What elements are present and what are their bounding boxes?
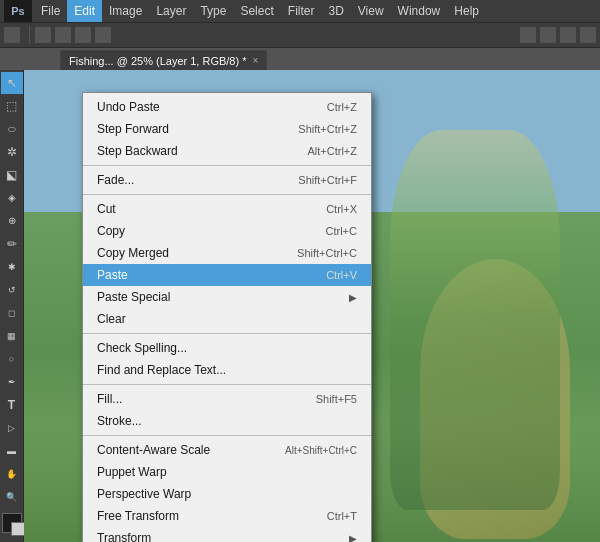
menu-image[interactable]: Image	[102, 0, 149, 22]
menu-window[interactable]: Window	[391, 0, 448, 22]
paste-special-arrow: ▶	[349, 292, 357, 303]
ps-logo: Ps	[4, 0, 32, 22]
menu-type[interactable]: Type	[193, 0, 233, 22]
edit-dropdown-menu: Undo Paste Ctrl+Z Step Forward Shift+Ctr…	[82, 92, 372, 542]
toolbar-icon-3[interactable]	[55, 27, 71, 43]
dropdown-overlay: Undo Paste Ctrl+Z Step Forward Shift+Ctr…	[0, 70, 600, 542]
toolbar-icon-right-4[interactable]	[580, 27, 596, 43]
toolbar-icon-right-3[interactable]	[560, 27, 576, 43]
menu-layer[interactable]: Layer	[149, 0, 193, 22]
transform-arrow: ▶	[349, 533, 357, 543]
toolbar-divider	[29, 26, 30, 44]
document-tab[interactable]: Fishing... @ 25% (Layer 1, RGB/8) * ×	[60, 50, 267, 70]
menu-item-puppet-warp[interactable]: Puppet Warp	[83, 461, 371, 483]
separator-4	[83, 384, 371, 385]
separator-1	[83, 165, 371, 166]
toolbar-icon-right-1[interactable]	[520, 27, 536, 43]
menu-item-check-spelling[interactable]: Check Spelling...	[83, 337, 371, 359]
menu-item-paste[interactable]: Paste Ctrl+V	[83, 264, 371, 286]
menu-item-perspective-warp[interactable]: Perspective Warp	[83, 483, 371, 505]
menu-help[interactable]: Help	[447, 0, 486, 22]
toolbar-icon-4[interactable]	[75, 27, 91, 43]
options-toolbar	[0, 22, 600, 48]
menu-item-content-aware-scale[interactable]: Content-Aware Scale Alt+Shift+Ctrl+C	[83, 439, 371, 461]
menu-item-fade[interactable]: Fade... Shift+Ctrl+F	[83, 169, 371, 191]
tab-bar: Fishing... @ 25% (Layer 1, RGB/8) * ×	[0, 48, 600, 70]
menu-item-transform[interactable]: Transform ▶	[83, 527, 371, 542]
menu-item-step-forward[interactable]: Step Forward Shift+Ctrl+Z	[83, 118, 371, 140]
toolbar-icon-right-2[interactable]	[540, 27, 556, 43]
menu-item-clear[interactable]: Clear	[83, 308, 371, 330]
main-area: ↖ ⬚ ⬭ ✲ ⬕ ◈ ⊕ ✏ ✱ ↺ ◻ ▦	[0, 70, 600, 542]
menu-item-step-backward[interactable]: Step Backward Alt+Ctrl+Z	[83, 140, 371, 162]
menu-item-cut[interactable]: Cut Ctrl+X	[83, 198, 371, 220]
menu-view[interactable]: View	[351, 0, 391, 22]
toolbar-icon-1[interactable]	[4, 27, 20, 43]
menu-item-fill[interactable]: Fill... Shift+F5	[83, 388, 371, 410]
menu-item-copy-merged[interactable]: Copy Merged Shift+Ctrl+C	[83, 242, 371, 264]
tab-label: Fishing... @ 25% (Layer 1, RGB/8) *	[69, 55, 246, 67]
menu-item-undo-paste[interactable]: Undo Paste Ctrl+Z	[83, 96, 371, 118]
menu-select[interactable]: Select	[233, 0, 280, 22]
tab-close-button[interactable]: ×	[252, 55, 258, 66]
menu-item-paste-special[interactable]: Paste Special ▶	[83, 286, 371, 308]
menu-item-copy[interactable]: Copy Ctrl+C	[83, 220, 371, 242]
menu-item-stroke[interactable]: Stroke...	[83, 410, 371, 432]
menu-filter[interactable]: Filter	[281, 0, 322, 22]
menu-edit[interactable]: Edit	[67, 0, 102, 22]
menu-item-find-replace[interactable]: Find and Replace Text...	[83, 359, 371, 381]
toolbar-icon-5[interactable]	[95, 27, 111, 43]
separator-5	[83, 435, 371, 436]
separator-3	[83, 333, 371, 334]
toolbar-icon-2[interactable]	[35, 27, 51, 43]
separator-2	[83, 194, 371, 195]
menu-3d[interactable]: 3D	[321, 0, 350, 22]
menu-file[interactable]: File	[34, 0, 67, 22]
menu-bar: Ps File Edit Image Layer Type Select Fil…	[0, 0, 600, 22]
menu-item-free-transform[interactable]: Free Transform Ctrl+T	[83, 505, 371, 527]
